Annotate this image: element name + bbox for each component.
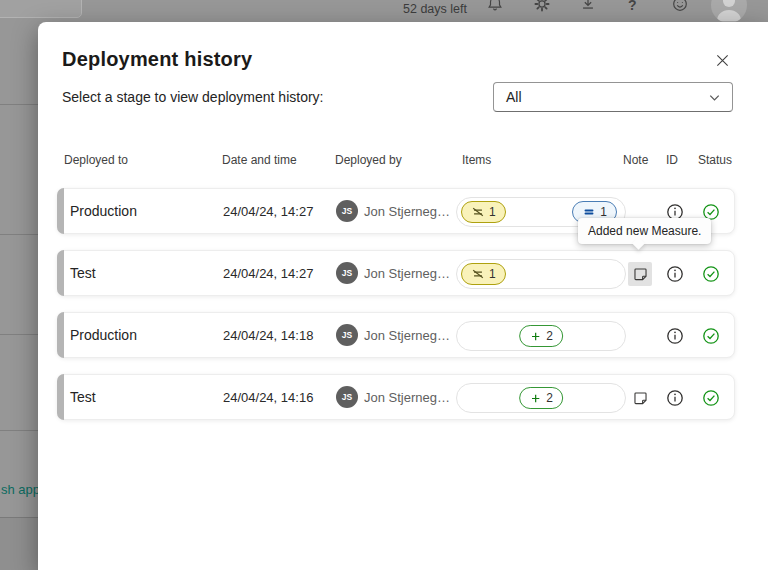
close-icon[interactable] xyxy=(710,48,734,72)
feedback-icon[interactable] xyxy=(671,0,689,13)
id-info-icon[interactable] xyxy=(665,388,685,408)
same-items-count: 1 xyxy=(600,205,607,219)
chevron-down-icon xyxy=(707,90,722,105)
divider xyxy=(0,104,38,105)
tooltip-caret xyxy=(632,237,645,250)
different-items-badge[interactable]: 1 xyxy=(461,201,506,223)
dialog-title: Deployment history xyxy=(62,48,252,71)
stage-selector-value: All xyxy=(506,83,522,111)
background-page-footer xyxy=(0,517,38,570)
date-time-cell: 24/04/24, 14:16 xyxy=(223,390,313,405)
status-success-icon xyxy=(701,388,721,408)
date-time-cell: 24/04/24, 14:27 xyxy=(223,204,313,219)
column-header-id: ID xyxy=(666,153,678,167)
note-tooltip: Added new Measure. xyxy=(578,218,711,244)
different-items-badge[interactable]: 1 xyxy=(461,263,506,285)
note-icon[interactable] xyxy=(628,262,652,286)
avatar: JS xyxy=(336,200,358,222)
deployed-by-cell: Jon Stjerneg… xyxy=(364,328,450,343)
note-tooltip-text: Added new Measure. xyxy=(588,224,701,238)
column-header-status: Status xyxy=(698,153,732,167)
deployed-to-cell: Test xyxy=(70,265,96,281)
not-equal-icon xyxy=(471,267,485,281)
deployed-by-cell: Jon Stjerneg… xyxy=(364,266,450,281)
divider xyxy=(0,234,38,235)
not-equal-icon xyxy=(471,205,485,219)
equal-icon xyxy=(582,205,596,219)
plus-icon xyxy=(529,392,542,405)
items-summary: 1 xyxy=(456,259,626,289)
notifications-icon[interactable] xyxy=(486,0,504,13)
deployed-to-cell: Production xyxy=(70,203,137,219)
publish-app-link[interactable]: sh app xyxy=(1,482,40,497)
table-row: Production 24/04/24, 14:18 JS Jon Stjern… xyxy=(57,312,735,358)
settings-gear-icon[interactable] xyxy=(533,0,551,13)
top-app-bar: 52 days left ? xyxy=(0,0,768,22)
column-header-note: Note xyxy=(623,153,648,167)
workspace-switcher-button[interactable] xyxy=(0,0,82,18)
avatar: JS xyxy=(336,262,358,284)
background-page-left-edge: sh app xyxy=(0,22,38,570)
different-items-count: 1 xyxy=(489,267,496,281)
help-icon[interactable]: ? xyxy=(628,0,637,13)
divider xyxy=(0,430,38,431)
different-items-count: 1 xyxy=(489,205,496,219)
table-row: Test 24/04/24, 14:16 JS Jon Stjerneg… 2 xyxy=(57,374,735,420)
items-summary: 2 xyxy=(456,321,626,351)
trial-days-left-label: 52 days left xyxy=(403,2,467,16)
avatar: JS xyxy=(336,324,358,346)
status-success-icon xyxy=(701,264,721,284)
deployed-by-cell: Jon Stjerneg… xyxy=(364,390,450,405)
column-header-date-time: Date and time xyxy=(222,153,297,167)
id-info-icon[interactable] xyxy=(665,326,685,346)
status-success-icon xyxy=(701,326,721,346)
stage-selector-dropdown[interactable]: All xyxy=(493,82,733,112)
deployed-by-cell: Jon Stjerneg… xyxy=(364,204,450,219)
divider xyxy=(0,517,38,518)
plus-icon xyxy=(529,330,542,343)
date-time-cell: 24/04/24, 14:27 xyxy=(223,266,313,281)
deployment-history-dialog: Deployment history Select a stage to vie… xyxy=(38,22,768,570)
items-summary: 2 xyxy=(456,383,626,413)
avatar: JS xyxy=(336,386,358,408)
row-accent-bar xyxy=(57,374,64,420)
divider xyxy=(0,334,38,335)
stage-selector-label: Select a stage to view deployment histor… xyxy=(62,89,323,105)
added-items-count: 2 xyxy=(546,391,553,405)
row-accent-bar xyxy=(57,312,64,358)
account-avatar[interactable] xyxy=(711,0,747,22)
date-time-cell: 24/04/24, 14:18 xyxy=(223,328,313,343)
row-accent-bar xyxy=(57,188,64,234)
added-items-badge[interactable]: 2 xyxy=(519,387,563,409)
column-header-items: Items xyxy=(462,153,491,167)
id-info-icon[interactable] xyxy=(665,264,685,284)
column-header-deployed-to: Deployed to xyxy=(64,153,128,167)
deployed-to-cell: Test xyxy=(70,389,96,405)
table-row: Test 24/04/24, 14:27 JS Jon Stjerneg… 1 xyxy=(57,250,735,296)
deployed-to-cell: Production xyxy=(70,327,137,343)
column-header-deployed-by: Deployed by xyxy=(335,153,402,167)
note-icon[interactable] xyxy=(628,386,652,410)
download-icon[interactable] xyxy=(579,0,597,13)
added-items-badge[interactable]: 2 xyxy=(519,325,563,347)
added-items-count: 2 xyxy=(546,329,553,343)
row-accent-bar xyxy=(57,250,64,296)
